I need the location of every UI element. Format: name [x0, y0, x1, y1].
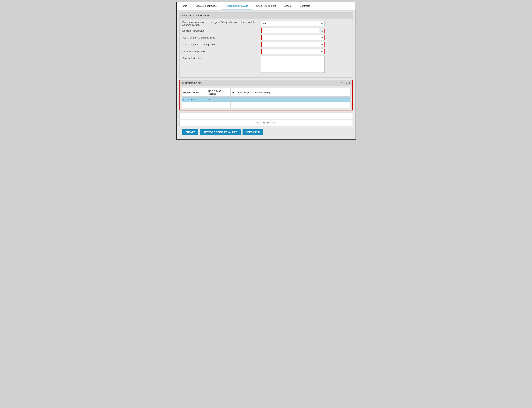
desired-pickup-date-control: 🔍: [261, 28, 325, 33]
shipping-label-header: SHIPPING LABEL 1 - 1 of 1: [180, 80, 352, 86]
desired-pickup-time-select[interactable]: [261, 49, 325, 54]
need-help-button[interactable]: NEED HELP: [242, 129, 263, 135]
scheduled-pickup-label: Does your company have a regular / daily…: [182, 21, 261, 26]
shipping-table-container: Repair Center MAX No. of Packag No. of P…: [182, 88, 350, 108]
desired-pickup-date-row: Desired Pickup Date 🔍: [182, 28, 350, 33]
closing-time-control: [261, 42, 325, 47]
closing-time-label: Your Company's Closing Time: [182, 43, 261, 46]
shipping-table: Repair Center MAX No. of Packag No. of P…: [182, 88, 350, 108]
pagination-controls: ⊲⊲ ⊲ ⊳ ⊳⊳: [179, 120, 353, 126]
restore-defaults-button[interactable]: RESTORE DEFAULT VALUES: [200, 129, 241, 135]
empty-area: [179, 112, 353, 119]
special-instructions-row: Special Instructions: [182, 56, 350, 73]
pickup-section-title: PICKUP / COLLECTION: [182, 14, 209, 17]
nav-check-entitlement[interactable]: Check Entitlement: [252, 2, 280, 10]
nav-assets[interactable]: Assets: [280, 2, 296, 10]
col-no-packages: No. of Packages To Be Picked Up: [231, 88, 350, 97]
starting-time-row: Your Company's Starting Time: [182, 35, 350, 40]
closing-time-select[interactable]: [261, 42, 325, 47]
table-row-empty: [182, 102, 350, 108]
shipping-pagination-info: 1 - 1 of 1: [341, 82, 350, 85]
shipping-table-body: CTDI Poland: [182, 97, 350, 108]
date-picker-button[interactable]: 🔍: [319, 29, 325, 33]
pickup-section-header: PICKUP / COLLECTION: [179, 12, 353, 18]
app-container: Home Create Repair Order Check Repair St…: [176, 2, 356, 140]
empty-cell-1: [182, 102, 206, 108]
repair-center-value: CTDI Poland: [183, 98, 197, 101]
scheduled-pickup-control: No Yes: [261, 21, 325, 26]
scheduled-pickup-row: Does your company have a regular / daily…: [182, 21, 350, 26]
max-packages-input[interactable]: [208, 98, 229, 101]
pagination-last-button[interactable]: ⊳⊳: [271, 121, 277, 125]
date-input-wrap: 🔍: [261, 28, 325, 33]
starting-time-label: Your Company's Starting Time: [182, 36, 261, 39]
pagination-first-button[interactable]: ⊲⊲: [255, 121, 261, 125]
desired-pickup-time-label: Desired Pickup Time: [182, 50, 261, 53]
col-repair-center: Repair Center: [182, 88, 206, 97]
no-packages-input[interactable]: [232, 98, 349, 101]
table-row[interactable]: CTDI Poland: [182, 97, 350, 103]
empty-cell-2: [206, 102, 231, 108]
empty-cell-3: [231, 102, 350, 108]
pickup-section-body: Does your company have a regular / daily…: [179, 18, 353, 77]
scheduled-pickup-select[interactable]: No Yes: [261, 21, 325, 26]
special-instructions-label: Special Instructions: [182, 56, 261, 60]
col-max-packages: MAX No. of Packag: [206, 88, 231, 97]
nav-contracts[interactable]: Contracts: [296, 2, 314, 10]
special-instructions-control: [261, 56, 325, 73]
nav-create-repair-order[interactable]: Create Repair Order: [191, 2, 222, 10]
pickup-section: PICKUP / COLLECTION Does your company ha…: [179, 12, 353, 77]
desired-pickup-time-row: Desired Pickup Time: [182, 49, 350, 54]
submit-button[interactable]: SUBMIT: [182, 129, 198, 135]
cell-max-packages: [206, 97, 231, 103]
nav-bar: Home Create Repair Order Check Repair St…: [177, 2, 355, 10]
desired-pickup-time-control: [261, 49, 325, 54]
shipping-table-head: Repair Center MAX No. of Packag No. of P…: [182, 88, 350, 97]
desired-pickup-date-input[interactable]: [261, 28, 319, 33]
desired-pickup-date-label: Desired Pickup Date: [182, 29, 261, 32]
closing-time-row: Your Company's Closing Time: [182, 42, 350, 47]
starting-time-control: [261, 35, 325, 40]
nav-home[interactable]: Home: [177, 2, 191, 10]
cell-repair-center: CTDI Poland: [182, 97, 206, 103]
shipping-label-title: SHIPPING LABEL: [182, 82, 203, 85]
shipping-table-area: Repair Center MAX No. of Packag No. of P…: [180, 88, 352, 108]
shipping-table-header-row: Repair Center MAX No. of Packag No. of P…: [182, 88, 350, 97]
main-content: PICKUP / COLLECTION Does your company ha…: [177, 10, 355, 139]
pagination-next-button[interactable]: ⊳: [266, 121, 270, 125]
pagination-prev-button[interactable]: ⊲: [262, 121, 266, 125]
bottom-action-bar: SUBMIT RESTORE DEFAULT VALUES NEED HELP: [179, 128, 353, 137]
nav-check-repair-status[interactable]: Check Repair Status: [222, 2, 252, 10]
starting-time-select[interactable]: [261, 35, 325, 40]
cell-no-packages[interactable]: [231, 97, 350, 103]
special-instructions-textarea[interactable]: [261, 56, 325, 73]
shipping-label-section: SHIPPING LABEL 1 - 1 of 1 Repair Center …: [179, 80, 353, 110]
calendar-icon: 🔍: [320, 30, 323, 32]
